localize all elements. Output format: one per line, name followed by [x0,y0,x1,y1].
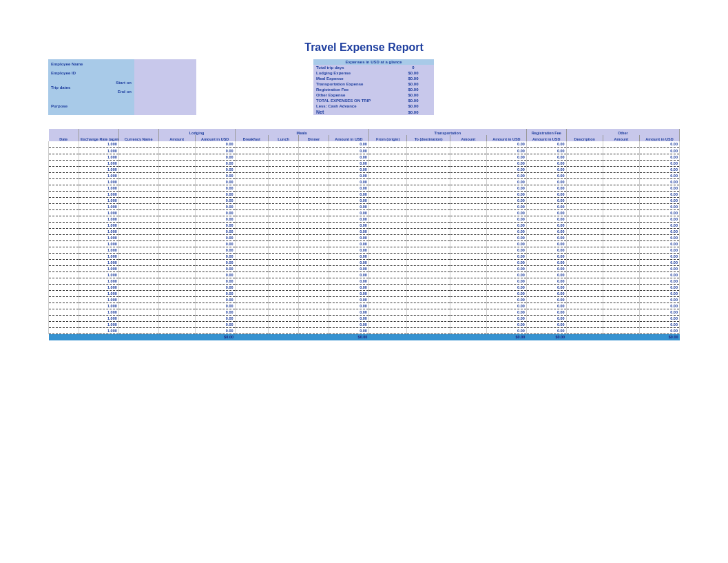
lodging-amount-cell[interactable] [158,209,195,216]
lunch-cell[interactable] [269,197,299,203]
lodging-amount-cell[interactable] [158,185,195,191]
dinner-cell[interactable] [299,253,329,259]
from-cell[interactable] [368,160,407,166]
exchange-rate-cell[interactable]: 1.000 [79,197,118,203]
dinner-cell[interactable] [299,203,329,209]
description-cell[interactable] [566,147,603,154]
other-amount-cell[interactable] [603,234,639,240]
breakfast-cell[interactable] [235,253,269,259]
description-cell[interactable] [566,160,603,166]
other-amount-cell[interactable] [603,278,639,284]
dinner-cell[interactable] [299,141,329,147]
currency-cell[interactable] [118,247,158,253]
exchange-rate-cell[interactable]: 1.000 [79,141,118,147]
from-cell[interactable] [368,234,407,240]
trans-amount-cell[interactable] [450,141,486,147]
trans-amount-cell[interactable] [450,247,486,253]
lunch-cell[interactable] [269,222,299,228]
exchange-rate-cell[interactable]: 1.000 [79,265,118,272]
date-cell[interactable] [49,278,79,284]
currency-cell[interactable] [118,321,158,327]
to-cell[interactable] [407,228,450,234]
from-cell[interactable] [368,216,407,222]
from-cell[interactable] [368,265,407,272]
to-cell[interactable] [407,154,450,160]
breakfast-cell[interactable] [235,166,269,172]
trans-amount-cell[interactable] [450,296,486,303]
trans-amount-cell[interactable] [450,290,486,296]
lodging-amount-cell[interactable] [158,240,195,247]
date-cell[interactable] [49,240,79,247]
breakfast-cell[interactable] [235,185,269,191]
other-amount-cell[interactable] [603,321,639,327]
other-amount-cell[interactable] [603,253,639,259]
breakfast-cell[interactable] [235,147,269,154]
currency-cell[interactable] [118,141,158,147]
other-amount-cell[interactable] [603,209,639,216]
breakfast-cell[interactable] [235,216,269,222]
lunch-cell[interactable] [269,191,299,197]
from-cell[interactable] [368,278,407,284]
from-cell[interactable] [368,290,407,296]
from-cell[interactable] [368,272,407,278]
lunch-cell[interactable] [269,265,299,272]
exchange-rate-cell[interactable]: 1.000 [79,309,118,315]
to-cell[interactable] [407,147,450,154]
date-cell[interactable] [49,309,79,315]
from-cell[interactable] [368,154,407,160]
to-cell[interactable] [407,141,450,147]
from-cell[interactable] [368,178,407,185]
description-cell[interactable] [566,327,603,334]
trans-amount-cell[interactable] [450,303,486,309]
to-cell[interactable] [407,247,450,253]
lodging-amount-cell[interactable] [158,172,195,178]
other-amount-cell[interactable] [603,290,639,296]
to-cell[interactable] [407,222,450,228]
lodging-amount-cell[interactable] [158,309,195,315]
to-cell[interactable] [407,191,450,197]
lunch-cell[interactable] [269,259,299,265]
date-cell[interactable] [49,321,79,327]
exchange-rate-cell[interactable]: 1.000 [79,147,118,154]
currency-cell[interactable] [118,197,158,203]
trans-amount-cell[interactable] [450,222,486,228]
exchange-rate-cell[interactable]: 1.000 [79,166,118,172]
from-cell[interactable] [368,284,407,290]
employee-id-value[interactable] [134,69,196,79]
from-cell[interactable] [368,240,407,247]
breakfast-cell[interactable] [235,303,269,309]
trans-amount-cell[interactable] [450,154,486,160]
trans-amount-cell[interactable] [450,309,486,315]
trans-amount-cell[interactable] [450,197,486,203]
description-cell[interactable] [566,290,603,296]
currency-cell[interactable] [118,203,158,209]
trans-amount-cell[interactable] [450,272,486,278]
breakfast-cell[interactable] [235,154,269,160]
date-cell[interactable] [49,222,79,228]
trans-amount-cell[interactable] [450,203,486,209]
exchange-rate-cell[interactable]: 1.000 [79,203,118,209]
date-cell[interactable] [49,209,79,216]
from-cell[interactable] [368,309,407,315]
description-cell[interactable] [566,216,603,222]
breakfast-cell[interactable] [235,265,269,272]
lunch-cell[interactable] [269,185,299,191]
lunch-cell[interactable] [269,234,299,240]
lodging-amount-cell[interactable] [158,147,195,154]
lodging-amount-cell[interactable] [158,228,195,234]
date-cell[interactable] [49,166,79,172]
exchange-rate-cell[interactable]: 1.000 [79,160,118,166]
exchange-rate-cell[interactable]: 1.000 [79,303,118,309]
currency-cell[interactable] [118,278,158,284]
from-cell[interactable] [368,259,407,265]
exchange-rate-cell[interactable]: 1.000 [79,315,118,321]
trans-amount-cell[interactable] [450,327,486,334]
description-cell[interactable] [566,222,603,228]
to-cell[interactable] [407,234,450,240]
date-cell[interactable] [49,178,79,185]
date-cell[interactable] [49,296,79,303]
from-cell[interactable] [368,203,407,209]
exchange-rate-cell[interactable]: 1.000 [79,247,118,253]
trans-amount-cell[interactable] [450,191,486,197]
other-amount-cell[interactable] [603,166,639,172]
